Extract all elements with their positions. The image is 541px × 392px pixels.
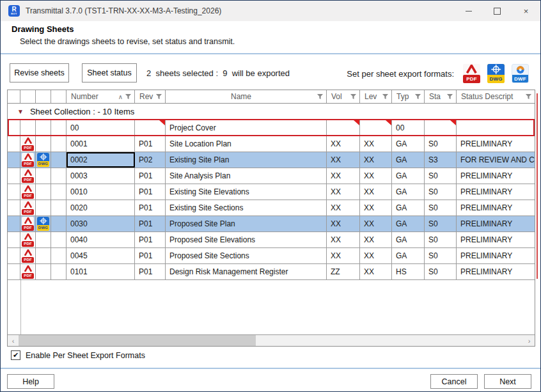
pdf-toggle-cell[interactable]: PDF [20,152,36,168]
close-icon[interactable]: × [512,1,540,21]
sta-cell[interactable]: S0 [425,200,457,216]
typ-cell[interactable]: 00 [392,120,425,136]
scroll-left-icon[interactable]: ‹ [8,335,19,346]
dwg-toggle-cell[interactable]: DWG [36,152,51,168]
pdf-toggle-cell[interactable]: PDF [20,184,36,200]
filter-icon[interactable] [155,93,162,100]
dwf-export-icon[interactable]: DWF [512,64,529,83]
next-button[interactable]: Next [484,374,531,389]
status-cell[interactable]: PRELIMINARY [457,136,535,152]
rev-cell[interactable]: P02 [135,152,166,168]
minimize-icon[interactable] [454,1,483,21]
vol-cell[interactable]: XX [327,200,360,216]
rev-cell[interactable]: P01 [135,184,166,200]
lev-cell[interactable]: XX [360,248,392,263]
dwf-toggle-cell[interactable] [51,216,67,231]
number-cell[interactable]: 0020 [67,200,135,216]
cancel-button[interactable]: Cancel [430,374,478,389]
number-cell[interactable]: 0030 [67,216,135,231]
revise-sheets-button[interactable]: Revise sheets [10,63,69,82]
typ-cell[interactable]: GA [392,152,425,168]
sheet-collection-group-row[interactable]: ▼ Sheet Collection : - 10 Items [8,104,535,120]
dwg-toggle-cell[interactable] [36,136,51,152]
sta-cell[interactable]: S0 [425,232,457,247]
pdf-toggle-cell[interactable]: PDF [20,264,36,279]
number-cell[interactable]: 0001 [67,136,135,152]
column-header-rev[interactable]: Rev [135,90,166,103]
sta-cell[interactable]: S0 [425,184,457,200]
enable-formats-checkbox[interactable]: ✔ [11,350,20,360]
column-header-typ[interactable]: Typ [392,90,425,103]
typ-cell[interactable]: GA [392,232,425,247]
dwf-toggle-cell[interactable] [51,152,67,168]
column-header-sta[interactable]: Sta [425,90,457,103]
vol-cell[interactable]: XX [327,248,360,263]
vol-cell[interactable]: XX [327,152,360,168]
sta-cell[interactable] [425,120,457,136]
name-cell[interactable]: Design Risk Management Register [166,264,327,279]
dwg-toggle-cell[interactable] [36,168,51,184]
status-cell[interactable]: PRELIMINARY [457,184,535,200]
sta-cell[interactable]: S0 [425,216,457,231]
table-row[interactable]: PDFDWG0030P01Proposed Site PlanXXXXGAS0P… [8,216,535,232]
scroll-right-icon[interactable]: › [524,335,535,346]
status-cell[interactable]: PRELIMINARY [457,264,535,279]
vol-cell[interactable]: XX [327,216,360,231]
filter-icon[interactable] [350,93,357,100]
lev-cell[interactable]: XX [360,216,392,231]
number-cell[interactable]: 00 [67,120,135,136]
table-row[interactable]: PDF0001P01Site Location PlanXXXXGAS0PREL… [8,136,535,152]
lev-cell[interactable]: XX [360,232,392,247]
status-cell[interactable] [457,120,535,136]
pdf-toggle-cell[interactable]: PDF [20,216,36,231]
number-cell[interactable]: 0045 [67,248,135,263]
vol-cell[interactable]: XX [327,168,360,184]
status-cell[interactable]: PRELIMINARY [457,168,535,184]
name-cell[interactable]: Existing Site Sections [166,200,327,216]
dwg-export-icon[interactable]: DWG [487,64,505,83]
typ-cell[interactable]: GA [392,200,425,216]
pdf-toggle-cell[interactable]: PDF [20,200,36,216]
typ-cell[interactable]: GA [392,248,425,263]
status-cell[interactable]: PRELIMINARY [457,248,535,263]
rev-cell[interactable]: P01 [135,248,166,263]
name-cell[interactable]: Site Location Plan [166,136,327,152]
status-cell[interactable]: FOR REVIEW AND CO [457,152,535,168]
vol-cell[interactable]: XX [327,136,360,152]
filter-icon[interactable] [125,93,132,100]
typ-cell[interactable]: GA [392,168,425,184]
lev-cell[interactable]: XX [360,168,392,184]
lev-cell[interactable]: XX [360,200,392,216]
dwf-toggle-cell[interactable] [51,120,67,136]
pdf-toggle-cell[interactable]: PDF [20,136,36,152]
typ-cell[interactable]: HS [392,264,425,279]
dwf-toggle-cell[interactable] [51,248,67,263]
vol-cell[interactable]: ZZ [327,264,360,279]
rev-cell[interactable]: P01 [135,136,166,152]
vol-cell[interactable]: XX [327,232,360,247]
number-cell[interactable]: 0040 [67,232,135,247]
scrollbar-track[interactable] [19,335,524,346]
name-cell[interactable]: Proposed Site Elevations [166,232,327,247]
sta-cell[interactable]: S0 [425,248,457,263]
dwg-toggle-cell[interactable] [36,232,51,247]
pdf-toggle-cell[interactable]: PDF [20,232,36,247]
table-row[interactable]: 00Project Cover00 [8,120,535,136]
rev-cell[interactable]: P01 [135,264,166,279]
dwf-toggle-cell[interactable] [51,184,67,200]
status-cell[interactable]: PRELIMINARY [457,232,535,247]
sta-cell[interactable]: S3 [425,152,457,168]
dwg-toggle-cell[interactable] [36,248,51,263]
dwg-toggle-cell[interactable] [36,184,51,200]
lev-cell[interactable] [360,120,392,136]
lev-cell[interactable]: XX [360,184,392,200]
vol-cell[interactable] [327,120,360,136]
sta-cell[interactable]: S0 [425,168,457,184]
rev-cell[interactable]: P01 [135,216,166,231]
typ-cell[interactable]: GA [392,184,425,200]
dwf-toggle-cell[interactable] [51,264,67,279]
lev-cell[interactable]: XX [360,264,392,279]
vol-cell[interactable]: XX [327,184,360,200]
filter-icon[interactable] [317,93,324,100]
group-expander-icon[interactable]: ▼ [17,108,24,115]
